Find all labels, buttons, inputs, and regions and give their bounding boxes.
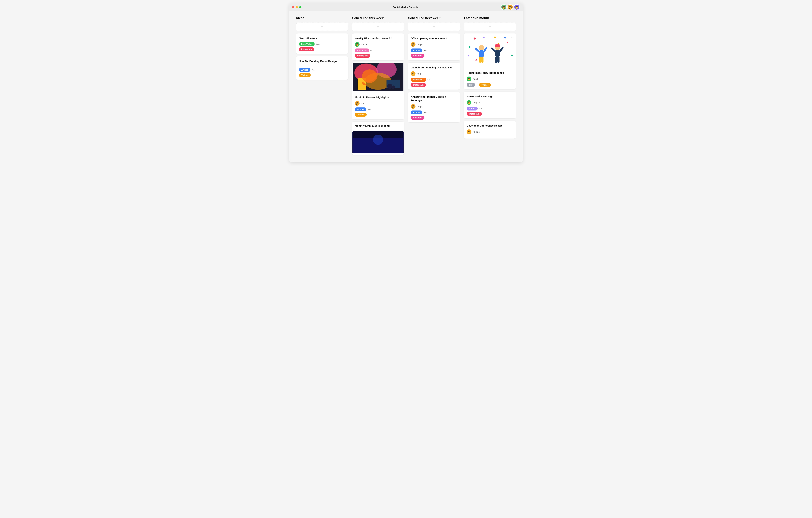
card-title: Launch: Announcing Our New Site! xyxy=(411,66,457,69)
card-platform-tags: Instagram xyxy=(467,112,513,116)
svg-point-14 xyxy=(474,37,476,39)
column-header-later-this-month: Later this month xyxy=(464,16,516,20)
minimize-button[interactable] xyxy=(296,6,298,8)
card-title: Office opening announcement xyxy=(411,36,457,40)
card-title: #Teamwork Campaign xyxy=(467,95,513,98)
card-avatar: 🧑 xyxy=(355,42,359,47)
column-header-scheduled-this-week: Scheduled this week xyxy=(352,16,404,20)
card-launch-new-site: Launch: Announcing Our New Site! 👩 Aug 7… xyxy=(408,63,460,90)
card-title: Month in Review: Highlights xyxy=(355,95,401,99)
tag-featured-no: No xyxy=(368,108,371,111)
svg-rect-23 xyxy=(468,55,469,56)
card-tags-row: Produce... No xyxy=(411,78,457,82)
card-title: Recruitment: New job postings xyxy=(467,71,513,75)
card-meta: 🧑 Aug 23 xyxy=(467,100,513,105)
card-meta: 👩 Aug 7 xyxy=(411,71,457,76)
card-tags-row: Live Video Yes xyxy=(299,42,345,46)
card-meta: 👩 Jul 31 xyxy=(355,101,401,106)
card-platform-tags: Instagram xyxy=(411,83,457,87)
card-tags-row: GIF – Twitter xyxy=(467,83,513,87)
tag-article: Article xyxy=(411,49,422,52)
tag-instagram: Instagram xyxy=(411,83,426,87)
tag-twitter: Twitter xyxy=(299,73,311,77)
svg-point-31 xyxy=(495,44,500,47)
tag-instagram: Instagram xyxy=(355,54,370,58)
svg-rect-26 xyxy=(479,57,481,63)
maximize-button[interactable] xyxy=(299,6,301,8)
card-title: How To: Building Brand Design xyxy=(299,59,345,63)
illustration-celebration xyxy=(464,33,516,67)
card-date: Aug 6 xyxy=(417,43,423,46)
tag-featured-no: No xyxy=(312,68,315,71)
card-title: Developer Conference Recap xyxy=(467,124,513,127)
svg-point-24 xyxy=(479,45,484,51)
add-card-ideas[interactable]: + xyxy=(296,23,348,31)
card-meta: 👩 Aug 26 xyxy=(467,130,513,134)
card-date: Aug 7 xyxy=(417,73,423,75)
add-card-scheduled-next-week[interactable]: + xyxy=(408,23,460,31)
column-later-this-month: Later this month + ··· xyxy=(462,16,518,157)
card-developer-conference: Developer Conference Recap 👩 Aug 26 xyxy=(464,121,516,139)
card-tags-row: Article No xyxy=(299,68,345,72)
card-tags-row: Article No xyxy=(411,111,457,114)
add-card-scheduled-this-week[interactable]: + xyxy=(352,23,404,31)
tag-twitter: Twitter xyxy=(355,113,367,117)
card-date: Aug 8 xyxy=(417,105,423,108)
tag-carousel: Carousel xyxy=(355,49,369,52)
card-title: Monthly Employee Highlight: xyxy=(355,124,401,127)
card-date: Jul 31 xyxy=(361,102,367,105)
card-tags-row: Photo No xyxy=(467,107,513,111)
tag-linkedin: LinkedIn xyxy=(411,54,425,58)
avatar-3[interactable]: 👨 xyxy=(514,4,520,10)
tag-instagram: Instagram xyxy=(299,47,314,51)
card-tags-row: Article No xyxy=(355,108,401,111)
card-avatar: 🧑 xyxy=(467,77,471,81)
card-platform-tags: LinkedIn xyxy=(411,116,457,120)
card-meta: 🧑 Aug 21 xyxy=(467,77,513,81)
card-date: Aug 21 xyxy=(473,78,480,80)
card-content: Month in Review: Highlights 👩 Jul 31 Art… xyxy=(352,93,404,119)
close-button[interactable] xyxy=(292,6,294,8)
card-weekly-hire: Weekly Hire roundup: Week 32 🧑 Jul 29 Ca… xyxy=(352,33,404,60)
svg-rect-27 xyxy=(481,57,484,63)
avatar-2[interactable]: 👩 xyxy=(508,4,513,10)
avatar-1[interactable]: 🧑 xyxy=(501,4,507,10)
card-platform-tags: Instagram xyxy=(299,47,345,51)
tag-featured-no: No xyxy=(479,107,482,110)
card-new-office-tour: New office tour Live Video Yes Instagram xyxy=(296,33,348,54)
card-tags-row: Article No xyxy=(411,49,457,52)
svg-rect-13 xyxy=(465,33,515,67)
svg-point-22 xyxy=(511,55,513,56)
tag-dash: – xyxy=(476,84,477,86)
svg-rect-34 xyxy=(497,56,500,63)
titlebar: Social Media Calendar 🧑 👩 👨 xyxy=(289,3,523,11)
card-platform-tags: Twitter xyxy=(299,73,345,77)
card-office-opening: Office opening announcement 👩 Aug 6 Arti… xyxy=(408,33,460,60)
tag-article: Article xyxy=(299,68,310,72)
svg-point-9 xyxy=(392,85,395,89)
card-avatar: 👩 xyxy=(411,71,415,76)
tag-featured-no: No xyxy=(424,49,427,52)
app-window: Social Media Calendar 🧑 👩 👨 Ideas + New … xyxy=(289,3,523,162)
card-date: Jul 29 xyxy=(361,43,367,46)
kanban-board: Ideas + New office tour Live Video Yes I… xyxy=(289,11,523,162)
column-header-ideas: Ideas xyxy=(296,16,348,20)
svg-point-15 xyxy=(504,37,506,38)
tag-twitter: Twitter xyxy=(479,83,491,87)
svg-point-12 xyxy=(373,135,383,145)
card-date: Aug 26 xyxy=(473,131,480,133)
svg-rect-33 xyxy=(495,56,497,63)
column-ideas: Ideas + New office tour Live Video Yes I… xyxy=(294,16,350,157)
column-scheduled-this-week: Scheduled this week + Weekly Hire roundu… xyxy=(350,16,406,157)
card-avatar: 👩 xyxy=(467,130,471,134)
card-avatar: 👩 xyxy=(411,104,415,109)
card-date: Aug 23 xyxy=(473,102,480,104)
tag-instagram: Instagram xyxy=(467,112,482,116)
card-image-abstract xyxy=(352,63,404,91)
tag-featured-no: No xyxy=(428,78,430,81)
more-options-button[interactable]: ··· xyxy=(511,36,514,39)
add-card-later-this-month[interactable]: + xyxy=(464,23,516,31)
tag-photo: Photo xyxy=(467,107,477,111)
tag-featured-no: No xyxy=(424,111,427,114)
card-recruitment: ··· xyxy=(464,33,516,89)
